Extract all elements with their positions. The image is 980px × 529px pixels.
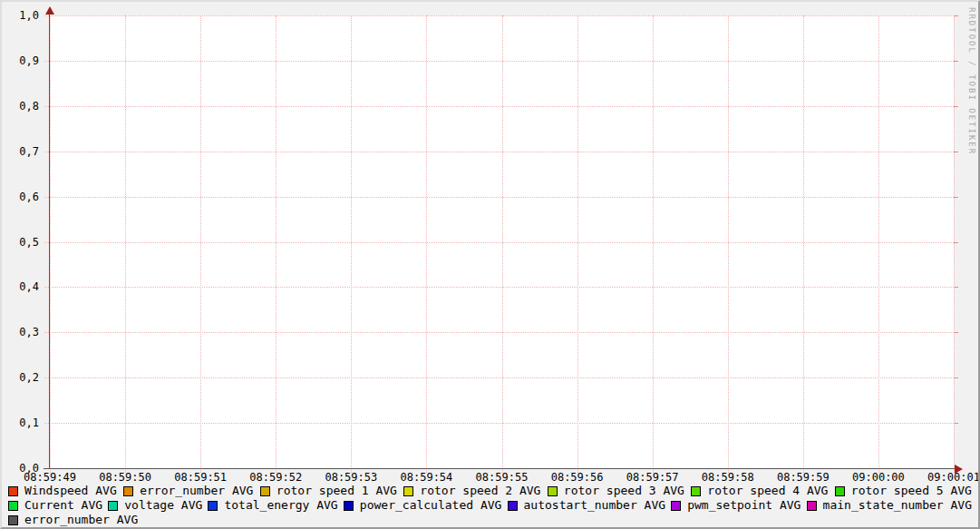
legend-label: voltage AVG [124,499,202,512]
x-axis-labels: 08:59:4908:59:5008:59:5108:59:5208:59:53… [50,471,954,484]
x-tick-label: 08:59:50 [99,471,151,484]
legend-row: Current AVGvoltage AVGtotal_energy AVGpo… [8,499,972,512]
h-gridline [44,152,954,152]
y-axis-arrow-icon [45,6,54,15]
legend-row: Windspeed AVGerror_number AVGrotor speed… [8,485,972,497]
rrdtool-graph: 1,00,90,80,70,60,50,40,30,20,10,0 08:59:… [0,0,980,529]
legend-label: rotor speed 1 AVG [277,485,397,497]
x-tick-label: 08:59:54 [401,471,453,484]
chart-legend: Windspeed AVGerror_number AVGrotor speed… [8,485,972,528]
legend-row: error_number AVG [8,514,972,526]
legend-item: rotor speed 5 AVG [835,485,972,497]
legend-item: rotor speed 1 AVG [260,485,397,497]
y-tick-label: 0,6 [3,191,39,203]
v-gridline [426,15,427,473]
x-tick-label: 08:59:53 [325,471,377,484]
x-tick-label: 09:00:01 [927,471,980,484]
plot-area [50,15,954,468]
legend-label: rotor speed 5 AVG [851,485,972,497]
y-tick-label: 0,4 [3,280,39,293]
legend-swatch [691,486,701,496]
legend-item: main_state_number AVG [807,499,972,512]
legend-swatch [8,515,18,525]
h-gridline [44,287,954,288]
x-tick-label: 08:59:55 [476,471,529,484]
legend-swatch [260,486,270,496]
x-tick-label: 08:59:52 [249,471,302,484]
legend-swatch [403,486,413,496]
x-axis-line [44,468,956,469]
legend-swatch [8,486,18,496]
legend-label: rotor speed 2 AVG [420,485,540,497]
legend-label: Current AVG [24,499,102,512]
v-gridline [577,15,578,473]
legend-item: power_calculated AVG [344,499,502,512]
y-tick-label: 0,7 [3,145,39,158]
v-gridline [50,15,51,473]
v-gridline [276,15,277,473]
legend-item: rotor speed 4 AVG [691,485,828,497]
v-gridline [954,15,955,473]
v-gridline [878,15,879,473]
legend-swatch [108,501,118,511]
y-tick-label: 0,8 [3,100,39,113]
legend-label: main_state_number AVG [823,499,972,512]
x-tick-label: 08:59:56 [551,471,604,484]
legend-label: power_calculated AVG [360,499,502,512]
x-tick-label: 08:59:58 [702,471,754,484]
legend-swatch [8,501,18,511]
legend-label: total_energy AVG [224,499,337,512]
v-gridline [200,15,201,473]
x-tick-label: 09:00:00 [852,471,905,484]
legend-item: error_number AVG [123,485,253,497]
legend-swatch [508,501,518,511]
legend-item: total_energy AVG [208,499,337,512]
h-gridline [44,423,954,424]
h-gridline [44,242,954,243]
legend-label: autostart_number AVG [524,499,666,512]
y-tick-label: 0,9 [3,54,39,67]
y-tick-label: 0,5 [3,236,39,249]
legend-item: pwm_setpoint AVG [671,499,800,512]
legend-swatch [208,501,218,511]
v-gridline [502,15,503,473]
v-gridline [653,15,654,473]
legend-swatch [548,486,558,496]
rrdtool-watermark: RRDTOOL / TOBI OETIKER [967,7,976,155]
y-tick-label: 0,3 [3,326,39,338]
legend-swatch [807,501,817,511]
legend-label: pwm_setpoint AVG [687,499,800,512]
legend-item: rotor speed 2 AVG [403,485,540,497]
y-axis-line [49,11,50,469]
h-gridline [44,15,954,16]
legend-item: Current AVG [8,499,102,512]
legend-swatch [671,501,681,511]
h-gridline [44,377,954,378]
legend-item: voltage AVG [108,499,202,512]
legend-item: Windspeed AVG [8,485,117,497]
legend-item: rotor speed 3 AVG [548,485,684,497]
y-tick-label: 0,2 [3,371,39,384]
x-tick-label: 08:59:49 [24,471,76,484]
v-gridline [803,15,804,473]
legend-swatch [123,486,133,496]
legend-swatch [835,486,845,496]
v-gridline [125,15,126,473]
legend-item: autostart_number AVG [508,499,666,512]
x-tick-label: 08:59:51 [174,471,227,484]
v-gridline [728,15,729,473]
y-tick-label: 1,0 [3,9,39,22]
h-gridline [44,61,954,62]
legend-label: rotor speed 3 AVG [564,485,684,497]
v-gridline [351,15,352,473]
y-axis-labels: 1,00,90,80,70,60,50,40,30,20,10,0 [2,15,45,468]
legend-label: error_number AVG [24,514,138,526]
legend-label: rotor speed 4 AVG [707,485,828,497]
x-tick-label: 08:59:57 [626,471,679,484]
h-gridline [44,106,954,107]
legend-swatch [344,501,354,511]
h-gridline [44,197,954,198]
h-gridline [44,332,954,333]
legend-label: error_number AVG [140,485,253,497]
y-tick-label: 0,1 [3,416,39,429]
